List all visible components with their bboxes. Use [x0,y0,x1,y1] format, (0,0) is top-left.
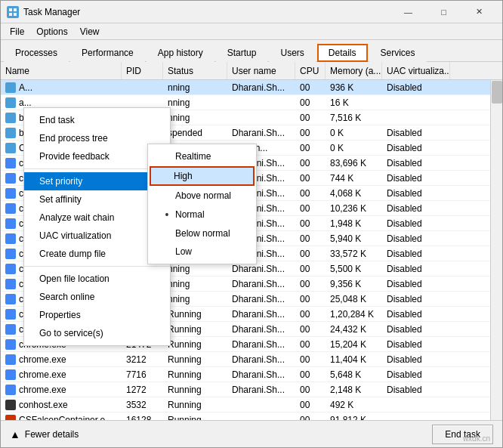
td-cpu: 00 [295,186,326,200]
td-cpu: 00 [295,292,326,306]
tab-app-history[interactable]: App history [147,44,214,62]
td-user: Dharani.Sh... [227,125,295,140]
td-status: Running [163,382,227,397]
td-status: Running [163,397,227,412]
td-status: Running [163,307,227,321]
ctx-search-online[interactable]: Search online [24,288,170,306]
td-mem: 5,500 K [326,261,382,276]
proc-icon [5,173,16,184]
proc-icon [5,143,16,153]
submenu-low[interactable]: Low [148,243,256,261]
proc-icon [5,218,16,229]
td-pid: 16128 [122,412,163,420]
td-status: nning [163,80,227,94]
td-uac [382,412,450,420]
ctx-end-task[interactable]: End task [24,111,170,129]
minimize-button[interactable]: — [391,5,425,20]
proc-icon [5,415,16,421]
tab-details[interactable]: Details [317,44,368,62]
ctx-go-to-service[interactable]: Go to service(s) [24,324,170,342]
proc-icon [5,158,16,168]
table-row[interactable]: chrome.exe 7716 Running Dharani.Sh... 00… [1,367,502,382]
col-header-status[interactable]: Status [163,62,227,79]
submenu-normal-label: Normal [175,209,205,220]
title-bar: Task Manager — □ ✕ [1,1,502,23]
col-header-name[interactable]: Name [1,62,122,79]
tab-startup[interactable]: Startup [216,44,268,62]
proc-icon [5,233,16,244]
td-uac: Disabled [382,216,450,230]
submenu-realtime[interactable]: Realtime [148,147,256,165]
col-header-mem[interactable]: Memory (a... [326,62,382,79]
col-header-pid[interactable]: PID [122,62,163,79]
td-user: Dharani.Sh... [227,382,295,397]
td-status: Running [163,322,227,336]
td-status: Running [163,352,227,366]
td-uac: Disabled [382,125,450,140]
submenu-low-label: Low [175,246,192,257]
td-cpu: 00 [295,125,326,140]
tab-services[interactable]: Services [369,44,427,62]
col-header-user[interactable]: User name [227,62,295,79]
submenu-normal[interactable]: • Normal [148,205,256,224]
td-cpu: 00 [295,352,326,366]
td-pid: 7716 [122,367,163,382]
submenu-high[interactable]: High [150,166,255,186]
td-mem: 15,204 K [326,337,382,351]
col-header-uac[interactable]: UAC virtualiza... [382,62,450,79]
td-cpu: 00 [295,95,326,110]
td-uac [382,110,450,125]
menu-options[interactable]: Options [30,25,73,39]
table-row[interactable]: chrome.exe 1272 Running Dharani.Sh... 00… [1,382,502,397]
td-cpu: 00 [295,156,326,170]
scrollbar[interactable] [490,80,502,420]
menu-view[interactable]: View [74,25,106,39]
td-mem: 25,048 K [326,292,382,306]
td-uac: Disabled [382,367,450,382]
tab-performance[interactable]: Performance [70,44,145,62]
submenu-high-label: High [174,171,193,181]
submenu-below-normal[interactable]: Below normal [148,224,256,243]
scrollbar-thumb[interactable] [492,81,502,104]
tab-processes[interactable]: Processes [4,44,69,62]
fewer-details-button[interactable]: ▲ Fewer details [10,428,79,440]
td-user: Dharani.Sh... [227,307,295,321]
proc-icon [5,97,16,108]
td-cpu: 00 [295,307,326,321]
task-manager-window: Task Manager — □ ✕ File Options View Pro… [0,0,503,448]
td-cpu: 00 [295,337,326,351]
svg-rect-0 [9,8,12,11]
td-pid: 3212 [122,352,163,366]
td-user [227,412,295,420]
td-mem: 4,068 K [326,186,382,200]
td-mem: 7,516 K [326,110,382,125]
title-bar-left: Task Manager [7,6,80,18]
submenu-above-normal[interactable]: Above normal [148,187,256,205]
maximize-button[interactable]: □ [427,5,461,20]
table-row[interactable]: chrome.exe 3212 Running Dharani.Sh... 00… [1,352,502,367]
proc-icon [5,369,16,380]
menu-file[interactable]: File [4,25,30,39]
tab-users[interactable]: Users [269,44,315,62]
svg-rect-3 [14,13,17,16]
table-row[interactable]: conhost.exe 3532 Running 00 492 K [1,397,502,412]
td-mem: 5,940 K [326,231,382,246]
td-status: nning [163,292,227,306]
td-status: nning [163,277,227,291]
td-user: Dharani.Sh... [227,367,295,382]
td-user: Dharani.Sh... [227,337,295,351]
menu-bar: File Options View [1,23,502,40]
td-uac: Disabled [382,277,450,291]
table-row[interactable]: A... nning Dharani.Sh... 00 936 K Disabl… [1,80,502,95]
td-mem: 33,572 K [326,246,382,261]
window-controls: — □ ✕ [391,5,496,20]
ctx-properties[interactable]: Properties [24,306,170,324]
td-user: Dharani.Sh... [227,352,295,366]
ctx-open-file-location[interactable]: Open file location [24,270,170,288]
close-button[interactable]: ✕ [462,5,496,20]
td-cpu: 00 [295,201,326,215]
fewer-details-label: Fewer details [25,429,79,440]
table-row[interactable]: CSFalconContainer.e... 16128 Running 00 … [1,412,502,420]
col-header-cpu[interactable]: CPU [295,62,326,79]
submenu-realtime-label: Realtime [175,151,211,162]
